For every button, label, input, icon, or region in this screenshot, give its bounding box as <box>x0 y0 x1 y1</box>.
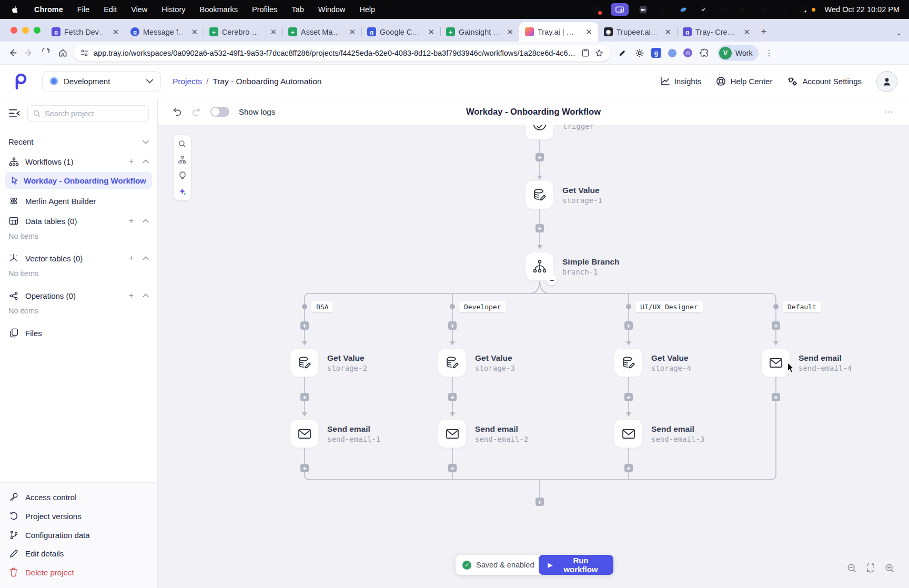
redo-icon[interactable] <box>191 107 201 116</box>
add-step-button[interactable]: + <box>448 321 457 330</box>
configuration-data-item[interactable]: Configuration data <box>0 525 157 544</box>
close-tab-icon[interactable]: ✕ <box>110 27 120 37</box>
reset-zoom-icon[interactable] <box>865 562 876 574</box>
database-edit-icon[interactable] <box>290 349 318 377</box>
extensions-puzzle-icon[interactable] <box>699 48 709 58</box>
collapse-section-icon[interactable] <box>143 293 149 298</box>
glean-icon[interactable] <box>678 4 689 15</box>
branch-label-bsa[interactable]: BSA <box>311 301 333 312</box>
envelope-icon[interactable] <box>762 349 790 377</box>
zoom-out-icon[interactable] <box>846 562 857 574</box>
data-tables-section-header[interactable]: Data tables (0) + <box>0 211 157 231</box>
search-input[interactable] <box>45 109 143 118</box>
window-controls[interactable] <box>3 19 46 42</box>
add-data-table-icon[interactable]: + <box>129 216 134 226</box>
address-bar[interactable]: app.tray.io/workspaces/0a0902a6-a532-49f… <box>74 45 610 62</box>
merlin-assistant-icon[interactable] <box>178 188 186 196</box>
environment-selector[interactable]: Development <box>42 71 161 92</box>
access-control-item[interactable]: Access control <box>0 488 157 506</box>
node-send-email-2[interactable]: Send emailsend-email-2 <box>438 420 528 448</box>
close-tab-icon[interactable]: ✕ <box>584 27 594 37</box>
save-address-icon[interactable] <box>581 48 590 57</box>
site-info-icon[interactable] <box>80 48 89 57</box>
close-tab-icon[interactable]: ✕ <box>347 27 357 37</box>
workflows-section-header[interactable]: Workflows (1) + <box>0 151 157 171</box>
add-step-button[interactable]: + <box>448 464 457 472</box>
close-tab-icon[interactable]: ✕ <box>663 27 673 37</box>
node-simple-branch[interactable]: Simple Branchbranch-1 <box>526 252 620 280</box>
add-step-button[interactable]: + <box>536 153 544 161</box>
add-step-button[interactable]: + <box>300 464 309 472</box>
minimize-window-button[interactable] <box>22 27 29 34</box>
maximize-window-button[interactable] <box>34 27 41 34</box>
envelope-icon[interactable] <box>290 420 318 448</box>
collapse-section-icon[interactable] <box>143 159 149 164</box>
node-get-value-1[interactable]: Get Valuestorage-1 <box>526 181 602 209</box>
workday-trigger-icon[interactable] <box>526 125 553 139</box>
sidebar-item-files[interactable]: Files <box>0 323 157 343</box>
help-center-link[interactable]: Help Center <box>716 76 772 86</box>
edit-details-item[interactable]: Edit details <box>0 544 157 563</box>
add-step-button[interactable]: + <box>772 321 780 330</box>
browser-tab[interactable]: gTray- Create Cal✕ <box>677 22 756 42</box>
close-tab-icon[interactable]: ✕ <box>189 27 199 37</box>
collapse-sidebar-icon[interactable] <box>8 109 21 118</box>
new-tab-button[interactable]: + <box>756 24 772 39</box>
verify-check-icon[interactable] <box>698 4 709 15</box>
database-edit-icon[interactable] <box>614 349 642 377</box>
add-operation-icon[interactable]: + <box>129 291 134 300</box>
zoom-in-icon[interactable] <box>884 562 895 574</box>
add-vector-table-icon[interactable]: + <box>129 254 134 263</box>
blue-extension-icon[interactable] <box>668 49 676 57</box>
node-send-email-1[interactable]: Send emailsend-email-1 <box>290 420 380 448</box>
envelope-icon[interactable] <box>614 420 642 448</box>
close-tab-icon[interactable]: ✕ <box>268 27 278 37</box>
node-get-value-2[interactable]: Get Valuestorage-2 <box>290 349 367 377</box>
menu-window[interactable]: Window <box>318 5 346 14</box>
tab-search-chevron-icon[interactable]: ⌄ <box>896 29 902 37</box>
account-settings-link[interactable]: Account Settings <box>787 76 862 86</box>
collapse-section-icon[interactable] <box>143 219 149 223</box>
menu-view[interactable]: View <box>131 5 147 14</box>
add-step-button[interactable]: + <box>536 498 544 506</box>
connectors-icon[interactable] <box>178 156 186 164</box>
browser-tab-active[interactable]: Tray.ai | Workday✕ <box>519 22 598 42</box>
browser-profile-chip[interactable]: V Work <box>718 45 759 61</box>
bee-icon[interactable] <box>591 4 601 15</box>
close-tab-icon[interactable]: ✕ <box>426 27 436 37</box>
home-icon[interactable] <box>57 48 68 58</box>
project-search-field[interactable] <box>27 105 149 121</box>
suggestions-icon[interactable] <box>179 171 186 180</box>
user-avatar[interactable] <box>876 71 897 92</box>
node-send-email-3[interactable]: Send emailsend-email-3 <box>614 420 704 448</box>
add-step-button[interactable]: + <box>536 224 544 232</box>
search-canvas-icon[interactable] <box>178 140 186 148</box>
settings-extension-icon[interactable] <box>634 48 644 58</box>
sidebar-item-workday-workflow[interactable]: Workday - Onboarding Workflow <box>5 172 152 189</box>
browser-menu-icon[interactable]: ⋮ <box>765 48 773 58</box>
workflow-board[interactable]: trigger Get Valuestorage-1 Simple Branch… <box>158 125 909 588</box>
menu-history[interactable]: History <box>161 5 185 14</box>
url-text[interactable]: app.tray.io/workspaces/0a0902a6-a532-49f… <box>94 49 577 57</box>
node-get-value-3[interactable]: Get Valuestorage-3 <box>438 349 515 377</box>
browser-tab[interactable]: +Cerebro Glean M✕ <box>204 22 282 42</box>
browser-tab[interactable]: +Gainsight Glean✕ <box>440 22 519 42</box>
close-tab-icon[interactable]: ✕ <box>742 27 752 37</box>
browser-tab[interactable]: ◉Trupeer.ai | Crea✕ <box>598 22 677 42</box>
add-step-button[interactable]: + <box>624 464 633 472</box>
node-trigger[interactable] <box>526 125 553 139</box>
menu-bookmarks[interactable]: Bookmarks <box>199 5 238 14</box>
database-edit-icon[interactable] <box>526 181 553 209</box>
back-icon[interactable] <box>6 48 18 58</box>
screen-share-icon[interactable] <box>611 3 629 16</box>
forward-icon[interactable] <box>23 48 35 58</box>
airpods-icon[interactable] <box>718 4 729 15</box>
color-picker-extension-icon[interactable] <box>618 48 628 58</box>
node-send-email-4[interactable]: Send emailsend-email-4 <box>762 349 852 377</box>
reload-icon[interactable] <box>40 48 52 58</box>
menu-tab[interactable]: Tab <box>291 5 304 14</box>
collapse-branch-icon[interactable]: − <box>547 275 557 286</box>
browser-tab[interactable]: gMessage from Gl✕ <box>125 22 204 42</box>
run-workflow-button[interactable]: ▶ Run workflow <box>539 555 613 575</box>
branch-label-default[interactable]: Default <box>783 301 821 312</box>
